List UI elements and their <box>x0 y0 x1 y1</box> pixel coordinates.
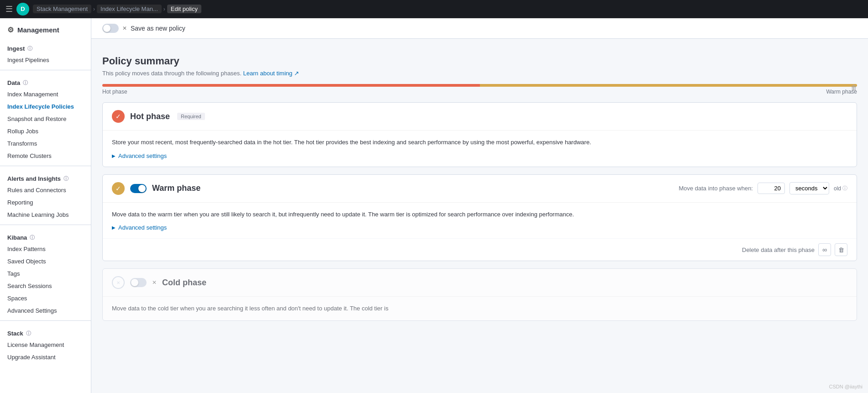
phase-bar-delete-icon[interactable]: 🗑 <box>851 84 857 91</box>
warm-move-data-input[interactable] <box>758 183 785 194</box>
phase-bar-hot <box>102 84 480 87</box>
sidebar-item-reporting[interactable]: Reporting <box>0 196 91 209</box>
main-inner: Policy summary This policy moves data th… <box>91 39 868 335</box>
warm-move-data-label: Move data into phase when: <box>679 185 753 192</box>
sidebar-item-ingest-pipelines[interactable]: Ingest Pipelines <box>0 54 91 66</box>
sidebar-item-snapshot-restore[interactable]: Snapshot and Restore <box>0 113 91 125</box>
hot-phase-card: ✓ Hot phase Required Store your most rec… <box>102 102 857 167</box>
warm-phase-card: ✓ Warm phase Move data into phase when: … <box>102 174 857 262</box>
warm-move-data-unit-select[interactable]: seconds minutes hours days <box>789 182 829 194</box>
phase-bar-warm <box>480 84 857 87</box>
sidebar-item-spaces[interactable]: Spaces <box>0 292 91 304</box>
breadcrumb: Stack Management › Index Lifecycle Man..… <box>33 5 201 13</box>
divider-4 <box>0 320 91 321</box>
hot-phase-body: Store your most recent, most frequently-… <box>103 131 857 167</box>
cold-phase-card: ✕ ✕ Cold phase Move data to the cold tie… <box>102 268 857 321</box>
cold-phase-toggle[interactable] <box>130 278 147 287</box>
avatar[interactable]: D <box>16 3 29 16</box>
hamburger-icon[interactable]: ☰ <box>5 4 13 14</box>
hot-required-badge: Required <box>177 113 205 120</box>
cold-phase-body: Move data to the cold tier when you are … <box>103 297 857 320</box>
section-title-kibana: Kibana ⓘ <box>0 229 91 243</box>
save-policy-label: Save as new policy <box>131 25 185 32</box>
info-icon-stack: ⓘ <box>26 330 31 337</box>
cold-phase-title: Cold phase <box>162 278 206 288</box>
sidebar-item-ml-jobs[interactable]: Machine Learning Jobs <box>0 209 91 221</box>
info-icon-kibana: ⓘ <box>30 234 35 241</box>
learn-timing-link[interactable]: Learn about timing ↗ <box>243 70 299 77</box>
sidebar-item-search-sessions[interactable]: Search Sessions <box>0 280 91 292</box>
sidebar-item-rules-connectors[interactable]: Rules and Connectors <box>0 184 91 196</box>
sidebar-item-saved-objects[interactable]: Saved Objects <box>0 255 91 267</box>
hot-phase-dot: ✓ <box>112 110 125 123</box>
section-title-ingest: Ingest ⓘ <box>0 40 91 54</box>
warm-phase-title: Warm phase <box>152 183 200 193</box>
info-icon-alerts: ⓘ <box>63 175 68 182</box>
warm-phase-header: ✓ Warm phase Move data into phase when: … <box>103 175 857 203</box>
management-label: Management <box>17 26 59 34</box>
phase-bar <box>102 84 857 87</box>
phase-labels: Hot phase Warm phase <box>102 89 857 95</box>
sidebar-item-tags[interactable]: Tags <box>0 267 91 280</box>
warm-old-badge: old ⓘ <box>834 185 847 192</box>
sidebar-item-upgrade-assistant[interactable]: Upgrade Assistant <box>0 351 91 363</box>
breadcrumb-ilm[interactable]: Index Lifecycle Man... <box>97 5 162 13</box>
hot-phase-title: Hot phase <box>130 112 170 121</box>
divider-3 <box>0 225 91 225</box>
cold-phase-description: Move data to the cold tier when you are … <box>112 304 847 313</box>
sidebar-item-advanced-settings[interactable]: Advanced Settings <box>0 304 91 317</box>
warm-old-info-icon[interactable]: ⓘ <box>842 185 847 192</box>
top-nav: ☰ D Stack Management › Index Lifecycle M… <box>0 0 868 18</box>
warm-phase-dot: ✓ <box>112 182 125 195</box>
breadcrumb-stack-management[interactable]: Stack Management <box>33 5 91 13</box>
phase-label-hot: Hot phase <box>102 89 127 95</box>
layout: ⚙ Management Ingest ⓘ Ingest Pipelines D… <box>0 18 868 393</box>
divider-2 <box>0 166 91 166</box>
hot-advanced-settings-toggle[interactable]: ▶ Advanced settings <box>112 152 847 159</box>
warm-advanced-chevron-icon: ▶ <box>112 225 116 230</box>
sidebar: ⚙ Management Ingest ⓘ Ingest Pipelines D… <box>0 18 91 393</box>
warm-delete-after-label: Delete data after this phase <box>742 246 815 253</box>
policy-summary: Policy summary This policy moves data th… <box>102 55 857 77</box>
cold-phase-header: ✕ ✕ Cold phase <box>103 269 857 297</box>
gear-icon: ⚙ <box>7 26 14 34</box>
sidebar-item-rollup-jobs[interactable]: Rollup Jobs <box>0 125 91 137</box>
phase-bar-container: 🗑 Hot phase Warm phase <box>102 84 857 95</box>
info-icon-ingest: ⓘ <box>27 45 32 52</box>
x-icon: ✕ <box>122 25 127 31</box>
divider-1 <box>0 70 91 70</box>
section-title-alerts: Alerts and Insights ⓘ <box>0 170 91 184</box>
sidebar-item-remote-clusters[interactable]: Remote Clusters <box>0 150 91 162</box>
watermark: CSDN @iiaythi <box>829 384 863 389</box>
section-title-data: Data ⓘ <box>0 74 91 88</box>
warm-infinity-button[interactable]: ∞ <box>818 243 831 256</box>
warm-phase-toggle[interactable] <box>130 184 147 193</box>
warm-phase-footer: Delete data after this phase ∞ 🗑 <box>103 238 857 261</box>
breadcrumb-edit-policy[interactable]: Edit policy <box>167 5 201 13</box>
policy-summary-desc: This policy moves data through the follo… <box>102 70 857 77</box>
save-policy-toggle[interactable] <box>102 24 119 33</box>
cold-phase-dot: ✕ <box>112 276 125 289</box>
cold-dot-x-icon: ✕ <box>116 280 120 285</box>
hot-phase-description: Store your most recent, most frequently-… <box>112 138 847 147</box>
warm-phase-controls: Move data into phase when: seconds minut… <box>679 182 847 194</box>
sidebar-item-index-lifecycle-policies[interactable]: Index Lifecycle Policies <box>0 100 91 113</box>
info-icon-data: ⓘ <box>23 79 28 86</box>
breadcrumb-sep-2: › <box>163 6 165 12</box>
section-title-stack: Stack ⓘ <box>0 325 91 339</box>
policy-summary-title: Policy summary <box>102 55 857 67</box>
warm-delete-button[interactable]: 🗑 <box>835 243 847 256</box>
sidebar-item-index-management[interactable]: Index Management <box>0 88 91 100</box>
sidebar-item-license-management[interactable]: License Management <box>0 339 91 351</box>
hot-phase-header: ✓ Hot phase Required <box>103 103 857 131</box>
sidebar-item-transforms[interactable]: Transforms <box>0 137 91 150</box>
management-header: ⚙ Management <box>0 24 91 40</box>
warm-advanced-settings-toggle[interactable]: ▶ Advanced settings <box>112 224 847 231</box>
breadcrumb-sep-1: › <box>93 6 95 12</box>
hot-advanced-chevron-icon: ▶ <box>112 153 116 158</box>
sidebar-item-index-patterns[interactable]: Index Patterns <box>0 243 91 255</box>
save-policy-row: ✕ Save as new policy <box>91 18 868 39</box>
warm-phase-body: Move data to the warm tier when you are … <box>103 203 857 239</box>
cold-x-icon: ✕ <box>152 279 157 286</box>
main-content: ✕ Save as new policy Policy summary This… <box>91 18 868 393</box>
